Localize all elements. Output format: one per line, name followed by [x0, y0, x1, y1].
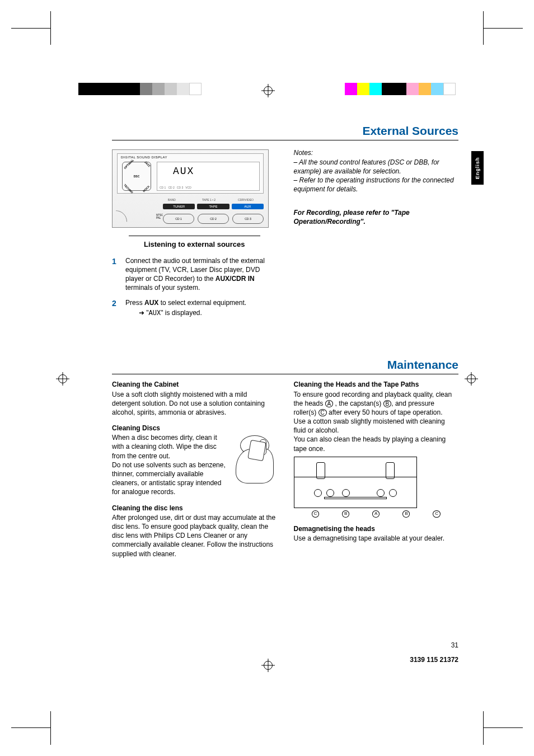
section-title-external-sources: External Sources [112, 123, 458, 140]
step-1: 1 Connect the audio out terminals of the… [112, 256, 277, 293]
crop-mark [50, 11, 51, 45]
lens-text: After prolonged use, dirt or dust may ac… [112, 513, 277, 558]
label-c: C [312, 510, 320, 518]
cd2-slot: CD 2 [198, 214, 229, 224]
crop-mark [11, 28, 50, 29]
ntsc-pal-label: NTSCPAL [156, 214, 163, 219]
maint-left-column: Cleaning the Cabinet Use a soft cloth sl… [112, 380, 277, 558]
notes-block: Notes: – All the sound control features … [294, 148, 459, 194]
cd-indicator: CD 1 [160, 186, 166, 190]
heads-text-3: You can also clean the heads by playing … [294, 435, 459, 453]
disc-cleaning-figure [232, 433, 277, 486]
tuner-button: TUNER [163, 204, 195, 209]
vcd-indicator: VCD [185, 186, 191, 190]
dsc-rock: ROCK [142, 184, 151, 192]
device-figure: DIGITAL SOUND DISPLAY OPTIMAL JAZZ TECHN… [112, 149, 269, 228]
note-2: – Refer to the operating instructions fo… [294, 176, 459, 194]
heads-text-2: Use a cotton swab slightly moistened wit… [294, 417, 459, 435]
heads-heading: Cleaning the Heads and the Tape Paths [294, 380, 459, 389]
page-number: 31 [451, 641, 458, 650]
right-column: Notes: – All the sound control features … [294, 145, 459, 323]
registration-mark-icon [465, 372, 478, 386]
step-2: 2 Press AUX to select external equipment… [112, 298, 277, 318]
device-curve [105, 210, 127, 233]
listening-subheading: Listening to external sources [112, 240, 277, 250]
band-label: BAND [154, 198, 190, 202]
demag-text: Use a demagnetising tape available at yo… [294, 534, 459, 543]
demag-heading: Demagnetising the heads [294, 524, 459, 533]
step-body: Press AUX to select external equipment. … [125, 298, 277, 318]
crop-mark [483, 11, 484, 45]
cd-indicator: CD 3 [177, 186, 183, 190]
step-number: 2 [112, 298, 120, 318]
tape-button: TAPE [197, 204, 229, 209]
document-number: 3139 115 21372 [410, 655, 458, 664]
note-1: – All the sound control features (DSC or… [294, 158, 459, 176]
dsc-knob: OPTIMAL JAZZ TECHNO ROCK DSC [122, 162, 151, 191]
registration-mark-icon [261, 84, 275, 97]
step-2-arrow-line: ➜ "AUX" is displayed. [139, 308, 277, 318]
display-panel: AUX CD 1 CD 2 CD 3 VCD [157, 162, 260, 191]
crop-mark [484, 727, 523, 728]
tape12-label: TAPE 1 • 2 [191, 198, 227, 202]
lens-heading: Cleaning the disc lens [112, 504, 277, 513]
maint-right-column: Cleaning the Heads and the Tape Paths To… [294, 380, 459, 558]
crop-mark [11, 727, 50, 728]
section-title-maintenance: Maintenance [112, 357, 458, 374]
label-a: A [372, 510, 380, 518]
cdrvideo-label: CDR/VIDEO [228, 198, 264, 202]
cd3-slot: CD 3 [232, 214, 264, 224]
dsc-optimal: OPTIMAL [123, 158, 135, 170]
crop-mark [484, 28, 523, 29]
dsd-label: DIGITAL SOUND DISPLAY [121, 155, 167, 159]
tape-heads-figure [294, 457, 417, 508]
label-b2: B [402, 510, 410, 518]
left-column: DIGITAL SOUND DISPLAY OPTIMAL JAZZ TECHN… [112, 145, 277, 323]
discs-block: When a disc becomes dirty, clean it with… [112, 433, 277, 496]
discs-heading: Cleaning Discs [112, 424, 277, 433]
dsc-techno: TECHNO [123, 183, 134, 194]
crop-mark [50, 711, 51, 745]
heads-text-1: To ensure good recording and playback qu… [294, 390, 459, 417]
label-b: B [342, 510, 349, 518]
language-tab: English [471, 151, 484, 185]
crop-mark [483, 711, 484, 745]
dsc-center: DSC [134, 175, 140, 179]
heads-labels-row: C B A B C [294, 510, 459, 518]
notes-label: Notes: [294, 148, 459, 157]
print-color-bar [345, 83, 456, 95]
cabinet-text: Use a soft cloth slightly moistened with… [112, 390, 277, 417]
cabinet-heading: Cleaning the Cabinet [112, 380, 277, 389]
registration-mark-icon [56, 372, 69, 386]
page-content: External Sources DIGITAL SOUND DISPLAY O… [112, 123, 458, 666]
divider [129, 236, 260, 236]
aux-display: AUX [173, 165, 194, 178]
label-c2: C [433, 510, 441, 518]
aux-button: AUX [232, 204, 264, 209]
step-number: 1 [112, 256, 120, 293]
print-color-bar [78, 83, 202, 95]
dsc-jazz: JAZZ [143, 161, 151, 168]
recording-note: For Recording, please refer to "Tape Ope… [294, 208, 459, 226]
cd-indicator: CD 2 [168, 186, 174, 190]
cd1-slot: CD 1 [163, 214, 194, 224]
step-body: Connect the audio out terminals of the e… [125, 256, 277, 293]
